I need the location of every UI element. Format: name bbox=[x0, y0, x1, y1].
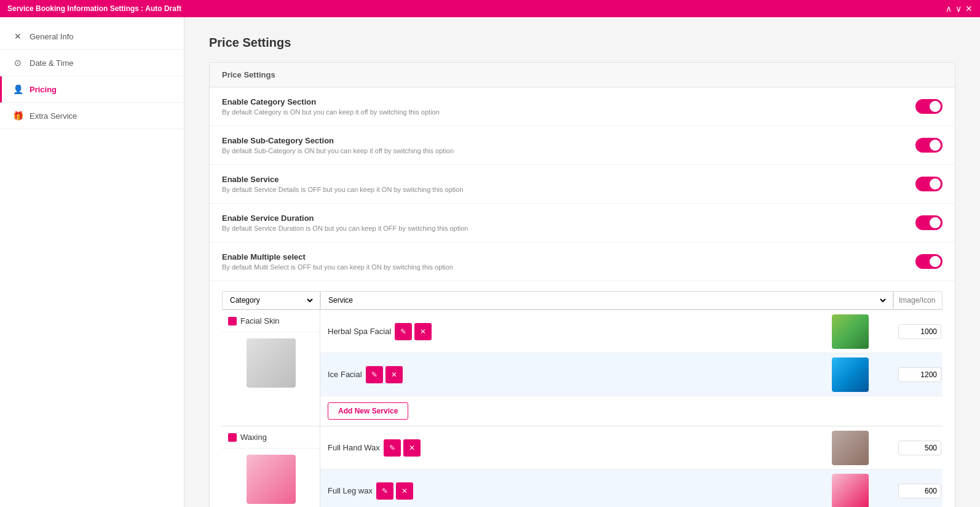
toggle-row-enable-subcategory: Enable Sub-Category Section By default S… bbox=[210, 126, 955, 165]
service-name-legwax: Full Leg wax bbox=[328, 486, 373, 495]
pricing-icon: 👤 bbox=[12, 84, 23, 95]
herbal-btn-row: ✎ ✕ bbox=[395, 323, 432, 340]
extra-service-icon: 🎁 bbox=[12, 110, 23, 121]
toggle-switch-duration[interactable] bbox=[915, 215, 942, 230]
legwax-btn-row: ✎ ✕ bbox=[376, 482, 413, 500]
date-time-icon: ⊙ bbox=[12, 57, 23, 68]
toggle-row-enable-category: Enable Category Section By default Categ… bbox=[210, 87, 955, 126]
sidebar-item-pricing[interactable]: 👤 Pricing bbox=[0, 76, 184, 103]
handwax-edit-button[interactable]: ✎ bbox=[384, 439, 401, 457]
toggle-desc-duration: By default Service Duration is ON but yo… bbox=[222, 225, 468, 232]
category-row-facial: Facial Skin Herbal Spa Facial bbox=[222, 310, 942, 426]
category-name-row-facial: Facial Skin bbox=[222, 310, 320, 332]
settings-card: Price Settings Enable Category Section B… bbox=[209, 62, 955, 507]
toggle-label-multiple: Enable Multiple select bbox=[222, 252, 453, 261]
category-name-row-waxing: Waxing bbox=[222, 426, 320, 449]
sidebar-label-pricing: Pricing bbox=[30, 85, 57, 94]
category-name-facial: Facial Skin bbox=[240, 316, 280, 325]
service-row-ice: Ice Facial ✎ ✕ bbox=[320, 353, 942, 396]
maximize-icon[interactable]: ∨ bbox=[955, 4, 962, 14]
ice-image bbox=[832, 357, 869, 392]
category-image-facial bbox=[247, 338, 296, 388]
sidebar: ✕ General Info ⊙ Date & Time 👤 Pricing 🎁… bbox=[0, 17, 184, 507]
sidebar-item-extra-service[interactable]: 🎁 Extra Service bbox=[0, 103, 184, 129]
toggle-label-subcategory: Enable Sub-Category Section bbox=[222, 136, 454, 145]
legwax-edit-button[interactable]: ✎ bbox=[376, 482, 393, 500]
add-service-button-facial[interactable]: Add New Service bbox=[328, 402, 408, 420]
minimize-icon[interactable]: ∧ bbox=[946, 4, 952, 14]
herbal-edit-button[interactable]: ✎ bbox=[395, 323, 412, 340]
window-title: Service Booking Information Settings : A… bbox=[7, 4, 181, 13]
general-info-icon: ✕ bbox=[12, 31, 23, 42]
toggle-switch-subcategory[interactable] bbox=[915, 138, 942, 153]
legwax-delete-button[interactable]: ✕ bbox=[396, 482, 413, 500]
herbal-image bbox=[832, 314, 869, 349]
toggle-label-category: Enable Category Section bbox=[222, 97, 440, 106]
category-color-dot-facial bbox=[228, 317, 237, 325]
top-bar: Service Booking Information Settings : A… bbox=[0, 0, 980, 17]
category-col-waxing: Waxing bbox=[222, 426, 320, 507]
herbal-price-input[interactable] bbox=[898, 324, 941, 339]
category-select[interactable]: Category bbox=[227, 295, 315, 305]
window-controls: ∧ ∨ ✕ bbox=[946, 4, 973, 14]
service-row-legwax: Full Leg wax ✎ ✕ bbox=[320, 469, 942, 507]
ice-btn-row: ✎ ✕ bbox=[366, 366, 403, 383]
main-content: Price Settings Price Settings Enable Cat… bbox=[184, 17, 980, 507]
services-col-facial: Herbal Spa Facial ✎ ✕ bbox=[320, 310, 942, 426]
service-name-herbal: Herbal Spa Facial bbox=[328, 327, 391, 336]
sidebar-item-date-time[interactable]: ⊙ Date & Time bbox=[0, 50, 184, 76]
ice-price-input[interactable] bbox=[898, 367, 941, 382]
toggle-desc-multiple: By default Multi Select is OFF but you c… bbox=[222, 263, 453, 271]
category-name-waxing: Waxing bbox=[240, 433, 267, 442]
app-layout: ✕ General Info ⊙ Date & Time 👤 Pricing 🎁… bbox=[0, 17, 980, 507]
service-select[interactable]: Service bbox=[326, 295, 888, 305]
services-col-waxing: Full Hand Wax ✎ ✕ bbox=[320, 426, 942, 507]
handwax-delete-button[interactable]: ✕ bbox=[403, 439, 421, 457]
toggle-desc-subcategory: By default Sub-Category is ON but you ca… bbox=[222, 147, 454, 154]
toggle-desc-category: By default Category is ON but you can ke… bbox=[222, 108, 440, 116]
toggle-label-duration: Enable Service Duration bbox=[222, 214, 468, 223]
add-service-row-facial: Add New Service bbox=[320, 396, 942, 426]
toggle-desc-service: By default Service Details is OFF but yo… bbox=[222, 186, 464, 193]
sidebar-label-general-info: General Info bbox=[30, 32, 74, 41]
category-service-select-row: Category Service Image/Icon bbox=[222, 291, 942, 310]
herbal-delete-button[interactable]: ✕ bbox=[414, 323, 432, 340]
close-icon[interactable]: ✕ bbox=[965, 4, 973, 14]
sidebar-label-date-time: Date & Time bbox=[30, 58, 74, 68]
service-name-handwax: Full Hand Wax bbox=[328, 443, 380, 452]
toggle-switch-multiple[interactable] bbox=[915, 254, 942, 269]
toggle-switch-category[interactable] bbox=[915, 99, 942, 114]
toggle-row-enable-duration: Enable Service Duration By default Servi… bbox=[210, 204, 955, 242]
price-header-label: Image/Icon bbox=[899, 296, 935, 305]
category-image-waxing bbox=[247, 455, 296, 504]
sidebar-item-general-info[interactable]: ✕ General Info bbox=[0, 23, 184, 50]
legwax-image bbox=[832, 474, 869, 508]
ice-edit-button[interactable]: ✎ bbox=[366, 366, 383, 383]
legwax-price-input[interactable] bbox=[898, 484, 941, 498]
sidebar-label-extra-service: Extra Service bbox=[30, 111, 77, 121]
toggle-row-enable-service: Enable Service By default Service Detail… bbox=[210, 165, 955, 204]
category-color-dot-waxing bbox=[228, 433, 237, 442]
table-area: Category Service Image/Icon Price * bbox=[210, 281, 955, 507]
handwax-price-input[interactable] bbox=[898, 441, 941, 455]
toggle-row-enable-multiple: Enable Multiple select By default Multi … bbox=[210, 242, 955, 281]
settings-card-header: Price Settings bbox=[210, 63, 955, 87]
toggle-switch-service[interactable] bbox=[915, 177, 942, 191]
toggle-label-service: Enable Service bbox=[222, 175, 464, 184]
service-row-handwax: Full Hand Wax ✎ ✕ bbox=[320, 426, 942, 469]
page-title: Price Settings bbox=[209, 36, 955, 50]
category-col-facial: Facial Skin bbox=[222, 310, 320, 426]
handwax-image bbox=[832, 431, 869, 465]
handwax-btn-row: ✎ ✕ bbox=[384, 439, 421, 457]
service-row-herbal: Herbal Spa Facial ✎ ✕ bbox=[320, 310, 942, 353]
category-row-waxing: Waxing Full Hand Wax bbox=[222, 426, 942, 507]
service-name-ice: Ice Facial bbox=[328, 370, 362, 379]
ice-delete-button[interactable]: ✕ bbox=[385, 366, 403, 383]
